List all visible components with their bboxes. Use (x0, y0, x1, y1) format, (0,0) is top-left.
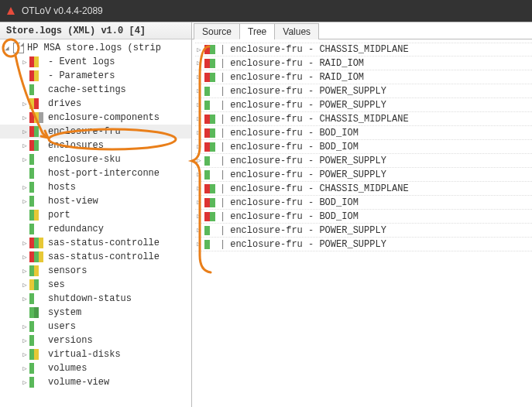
tab-source[interactable]: Source (194, 23, 240, 39)
tree-item[interactable]: ▷volumes (0, 361, 191, 375)
expand-icon[interactable]: ▷ (20, 127, 29, 136)
list-item[interactable]: ▷|enclosure-fru - CHASSIS_MIDPLANE (195, 182, 532, 196)
list-item[interactable]: ▷|enclosure-fru - CHASSIS_MIDPLANE (195, 112, 532, 126)
expand-icon[interactable]: ▷ (195, 46, 203, 54)
list-item[interactable]: ▷|enclosure-fru - BOD_IOM (195, 126, 532, 140)
tree-item[interactable]: ▷sas-status-controlle (0, 236, 191, 250)
list-item[interactable]: ▷|enclosure-fru - BOD_IOM (195, 210, 532, 224)
expand-icon[interactable]: ▷ (20, 141, 29, 150)
expand-icon[interactable] (20, 224, 29, 234)
tree-item-label: sensors (48, 265, 87, 276)
tree-item[interactable]: ▷hosts (0, 180, 191, 194)
tree-root-row[interactable]: ◢ HP MSA store.logs (strip (0, 41, 191, 55)
list-item-label: enclosure-fru - RAID_IOM (230, 72, 364, 83)
expand-icon[interactable]: ▷ (195, 128, 203, 137)
list-item[interactable]: ▷|enclosure-fru - CHASSIS_MIDPLANE (195, 43, 532, 56)
tree-item[interactable]: ▷enclosure-components (0, 111, 191, 125)
list-item[interactable]: ▷|enclosure-fru - POWER_SUPPLY (195, 238, 532, 251)
collapse-icon[interactable]: ◢ (2, 43, 12, 53)
status-bars-icon (29, 126, 43, 137)
tree-item[interactable]: ▷ses (0, 278, 191, 292)
tree-item[interactable]: ▷enclosure-sku (0, 152, 191, 166)
expand-icon[interactable]: ▷ (20, 57, 29, 67)
status-bars-icon (29, 307, 43, 318)
tree-item[interactable]: ▷enclosures (0, 139, 191, 152)
expand-icon[interactable] (20, 71, 29, 80)
tree-item[interactable]: ▷users (0, 320, 191, 333)
list-item-label: enclosure-fru - POWER_SUPPLY (230, 225, 386, 236)
expand-icon[interactable]: ▷ (195, 198, 203, 207)
list-item-label: enclosure-fru - BOD_IOM (230, 211, 359, 222)
expand-icon[interactable]: ▷ (195, 87, 203, 95)
left-tree[interactable]: ◢ HP MSA store.logs (strip ▷- Event logs… (0, 39, 191, 407)
list-item[interactable]: ▷|enclosure-fru - POWER_SUPPLY (195, 98, 532, 112)
expand-icon[interactable]: ▷ (20, 238, 29, 248)
expand-icon[interactable] (20, 308, 29, 317)
expand-icon[interactable]: ▷ (195, 156, 203, 165)
tree-item[interactable]: ▷sas-status-controlle (0, 250, 191, 264)
expand-icon[interactable]: ▷ (20, 364, 29, 373)
tree-item[interactable]: ▷versions (0, 333, 191, 347)
expand-icon[interactable]: ▷ (195, 101, 203, 109)
tree-item[interactable]: port (0, 208, 191, 222)
expand-icon[interactable]: ▷ (20, 113, 29, 122)
expand-icon[interactable]: ▷ (20, 183, 29, 192)
tab-tree[interactable]: Tree (239, 23, 275, 39)
expand-icon[interactable]: ▷ (195, 59, 203, 67)
app-logo-icon (5, 5, 17, 17)
expand-icon[interactable]: ▷ (195, 170, 203, 179)
list-item[interactable]: ▷|enclosure-fru - BOD_IOM (195, 140, 532, 154)
tree-line-icon: | (220, 183, 225, 194)
tree-item[interactable]: host-port-interconne (0, 166, 191, 180)
expand-icon[interactable]: ▷ (195, 240, 203, 248)
tree-item-label: volume-view (48, 377, 109, 388)
expand-icon[interactable]: ▷ (195, 73, 203, 81)
tree-item[interactable]: ▷shutdown-status (0, 292, 191, 306)
expand-icon[interactable]: ▷ (195, 142, 203, 151)
list-item[interactable]: ▷|enclosure-fru - POWER_SUPPLY (195, 84, 532, 98)
tree-item[interactable]: system (0, 306, 191, 320)
list-item[interactable]: ▷|enclosure-fru - POWER_SUPPLY (195, 154, 532, 168)
tree-item[interactable]: ▷virtual-disks (0, 347, 191, 361)
list-item[interactable]: ▷|enclosure-fru - BOD_IOM (195, 196, 532, 210)
tree-item[interactable]: cache-settings (0, 83, 191, 97)
tree-line-icon: | (220, 142, 225, 152)
tree-line-icon: | (220, 169, 225, 180)
expand-icon[interactable]: ▷ (20, 99, 29, 108)
tree-item[interactable]: ▷enclosure-fru (0, 125, 191, 139)
right-tree[interactable]: ▷|enclosure-fru - CHASSIS_MIDPLANE▷|encl… (192, 39, 532, 407)
expand-icon[interactable]: ▷ (20, 280, 29, 289)
tab-values[interactable]: Values (274, 23, 319, 39)
expand-icon[interactable]: ▷ (20, 294, 29, 303)
tree-item[interactable]: ▷host-view (0, 194, 191, 208)
expand-icon[interactable]: ▷ (20, 378, 29, 387)
expand-icon[interactable] (20, 210, 29, 220)
list-item[interactable]: ▷|enclosure-fru - RAID_IOM (195, 56, 532, 70)
list-item[interactable]: ▷|enclosure-fru - POWER_SUPPLY (195, 168, 532, 182)
expand-icon[interactable]: ▷ (20, 155, 29, 164)
expand-icon[interactable]: ▷ (195, 115, 203, 123)
tree-item[interactable]: ▷volume-view (0, 375, 191, 389)
list-item[interactable]: ▷|enclosure-fru - POWER_SUPPLY (195, 224, 532, 238)
expand-icon[interactable]: ▷ (20, 336, 29, 345)
tree-item[interactable]: ▷drives (0, 97, 191, 111)
status-bars-icon (29, 363, 43, 374)
expand-icon[interactable]: ▷ (20, 197, 29, 206)
expand-icon[interactable]: ▷ (20, 350, 29, 359)
expand-icon[interactable]: ▷ (20, 266, 29, 275)
expand-icon[interactable]: ▷ (195, 184, 203, 193)
tree-item-label: host-port-interconne (48, 168, 160, 179)
expand-icon[interactable]: ▷ (20, 252, 29, 262)
tree-item[interactable]: redundancy (0, 222, 191, 236)
tree-item[interactable]: ▷- Event logs (0, 55, 191, 69)
tree-item[interactable]: ▷sensors (0, 264, 191, 278)
expand-icon[interactable]: ▷ (195, 226, 203, 234)
expand-icon[interactable] (20, 169, 29, 178)
list-item[interactable]: ▷|enclosure-fru - RAID_IOM (195, 70, 532, 84)
expand-icon[interactable]: ▷ (195, 212, 203, 221)
list-item-label: enclosure-fru - RAID_IOM (230, 58, 364, 69)
expand-icon[interactable] (20, 85, 29, 94)
expand-icon[interactable]: ▷ (20, 322, 29, 331)
tree-item[interactable]: - Parameters (0, 69, 191, 83)
tree-line-icon: | (220, 44, 225, 55)
